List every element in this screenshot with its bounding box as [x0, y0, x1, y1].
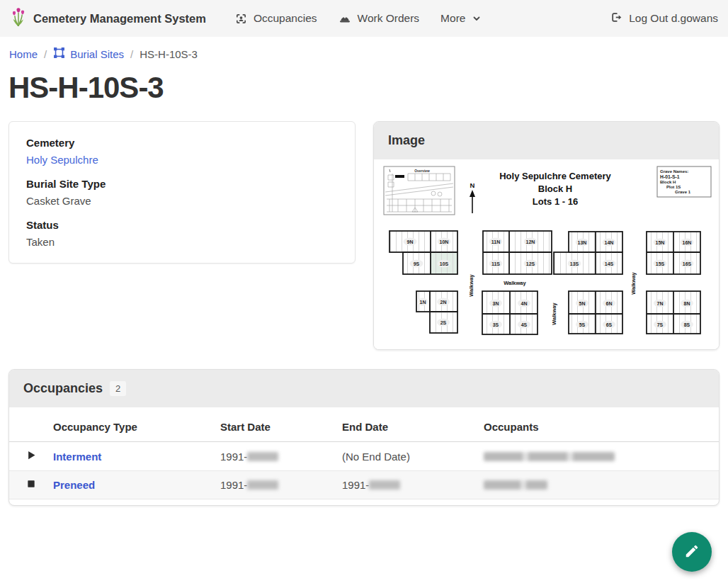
svg-text:14S: 14S	[605, 261, 614, 266]
svg-text:7S: 7S	[657, 322, 664, 327]
north-arrow: N	[470, 181, 475, 213]
occupancies-table: Occupancy Type Start Date End Date Occup…	[9, 407, 719, 499]
breadcrumb-burial-sites-link[interactable]: Burial Sites	[53, 47, 124, 61]
redacted-value	[484, 452, 615, 461]
logout-icon	[610, 11, 622, 26]
column-header-icon	[9, 407, 53, 442]
svg-text:6S: 6S	[606, 322, 613, 327]
svg-text:Block H: Block H	[660, 180, 676, 184]
nav-label-more: More	[440, 12, 465, 25]
svg-text:Walkway: Walkway	[468, 273, 474, 296]
cemetery-label: Cemetery	[26, 137, 338, 149]
occupancy-link[interactable]: Interment	[53, 451, 101, 463]
svg-text:Block H: Block H	[538, 183, 572, 194]
occupancies-count-badge: 2	[110, 381, 126, 396]
plot-map-image: Overview N	[374, 159, 719, 349]
table-header-row: Occupancy Type Start Date End Date Occup…	[9, 407, 719, 442]
breadcrumb-burial-sites-label: Burial Sites	[70, 48, 124, 60]
svg-text:Walkway: Walkway	[551, 302, 557, 324]
cards-row: Cemetery Holy Sepulchre Burial Site Type…	[8, 121, 720, 350]
redacted-value	[247, 480, 278, 490]
hard-hat-icon	[339, 13, 351, 24]
tulip-logo-icon	[10, 7, 27, 30]
column-header-occupancy-type: Occupancy Type	[53, 407, 220, 442]
logout-button[interactable]: Log Out d.gowans	[610, 11, 718, 26]
svg-text:6N: 6N	[606, 301, 613, 306]
redacted-value	[484, 480, 547, 490]
redacted-value	[247, 452, 278, 461]
svg-text:10N: 10N	[440, 239, 449, 244]
field-burial-site-type: Burial Site Type Casket Grave	[26, 178, 338, 207]
lot-blocks	[389, 231, 700, 334]
occupancies-table-wrap: Occupancy Type Start Date End Date Occup…	[9, 407, 719, 505]
play-icon	[26, 451, 37, 463]
column-header-start-date: Start Date	[220, 407, 342, 442]
image-card-header: Image	[374, 122, 719, 159]
burial-site-type-label: Burial Site Type	[26, 178, 338, 190]
breadcrumb: Home / Burial Sites / HS-H-10S-3	[0, 37, 728, 61]
svg-text:14N: 14N	[605, 240, 614, 245]
svg-text:Walkway: Walkway	[504, 280, 526, 286]
pencil-icon	[684, 543, 700, 561]
start-date-prefix: 1991-	[220, 479, 247, 491]
occupancies-icon	[235, 13, 247, 25]
column-header-end-date: End Date	[342, 407, 484, 442]
occupancy-link[interactable]: Preneed	[53, 479, 95, 491]
svg-text:11S: 11S	[491, 261, 500, 266]
svg-text:Overview: Overview	[414, 169, 430, 173]
svg-text:4S: 4S	[521, 322, 528, 327]
svg-text:10S: 10S	[440, 261, 449, 266]
page-title: HS-H-10S-3	[8, 71, 728, 105]
table-row: Interment 1991- (No End Date)	[9, 442, 719, 471]
svg-text:Grave 1: Grave 1	[675, 190, 691, 194]
status-label: Status	[26, 219, 338, 231]
svg-text:Plot 1S: Plot 1S	[666, 185, 681, 189]
svg-text:7N: 7N	[657, 301, 664, 306]
burial-sites-icon	[53, 47, 65, 61]
map-title: Holy Sepulchre Cemetery Block H Lots 1 -…	[499, 171, 611, 207]
cemetery-link[interactable]: Holy Sepulchre	[26, 154, 98, 166]
occupancies-header: Occupancies 2	[9, 370, 719, 407]
breadcrumb-separator: /	[130, 48, 133, 60]
breadcrumb-home-link[interactable]: Home	[9, 48, 38, 60]
svg-text:12S: 12S	[526, 261, 535, 266]
svg-text:5N: 5N	[579, 301, 586, 306]
nav-label-occupancies: Occupancies	[254, 12, 317, 25]
svg-text:15N: 15N	[656, 240, 665, 245]
svg-text:15S: 15S	[656, 261, 665, 266]
occupancies-title: Occupancies	[23, 381, 103, 396]
nav-item-occupancies[interactable]: Occupancies	[235, 12, 317, 25]
nav-label-work-orders: Work Orders	[358, 12, 420, 25]
svg-text:8S: 8S	[684, 322, 690, 327]
image-card: Image Overview	[373, 121, 720, 350]
image-card-title: Image	[388, 133, 425, 148]
svg-text:16S: 16S	[683, 261, 692, 266]
app-title: Cemetery Management System	[33, 12, 206, 26]
svg-text:3N: 3N	[493, 301, 499, 306]
app-brand[interactable]: Cemetery Management System	[10, 7, 206, 30]
svg-text:H-01-S-1: H-01-S-1	[660, 174, 680, 179]
logout-label: Log Out d.gowans	[629, 12, 718, 25]
svg-text:12N: 12N	[526, 239, 535, 244]
svg-text:Walkway: Walkway	[630, 271, 637, 294]
start-date-prefix: 1991-	[220, 451, 247, 463]
grave-names-legend: Grave Names: H-01-S-1 Block H Plot 1S Gr…	[657, 166, 711, 197]
nav-item-work-orders[interactable]: Work Orders	[339, 12, 420, 25]
stop-icon	[26, 479, 36, 491]
svg-text:4N: 4N	[521, 301, 528, 306]
svg-text:2N: 2N	[440, 300, 447, 305]
nav-item-more[interactable]: More	[440, 12, 482, 25]
svg-text:N: N	[470, 181, 475, 189]
svg-text:3S: 3S	[493, 322, 499, 327]
top-navbar: Cemetery Management System Occupancies W…	[0, 0, 728, 37]
occupancies-card: Occupancies 2 Occupancy Type Start Date …	[8, 369, 720, 506]
chevron-down-icon	[472, 14, 482, 23]
svg-text:13N: 13N	[578, 240, 587, 245]
edit-button[interactable]	[672, 532, 712, 572]
svg-text:9N: 9N	[407, 239, 414, 244]
burial-site-details-card: Cemetery Holy Sepulchre Burial Site Type…	[8, 121, 356, 264]
svg-text:5S: 5S	[579, 322, 586, 327]
svg-text:Lots 1 - 16: Lots 1 - 16	[533, 196, 578, 207]
svg-text:2S: 2S	[440, 320, 447, 325]
svg-text:Holy Sepulchre Cemetery: Holy Sepulchre Cemetery	[499, 171, 611, 181]
